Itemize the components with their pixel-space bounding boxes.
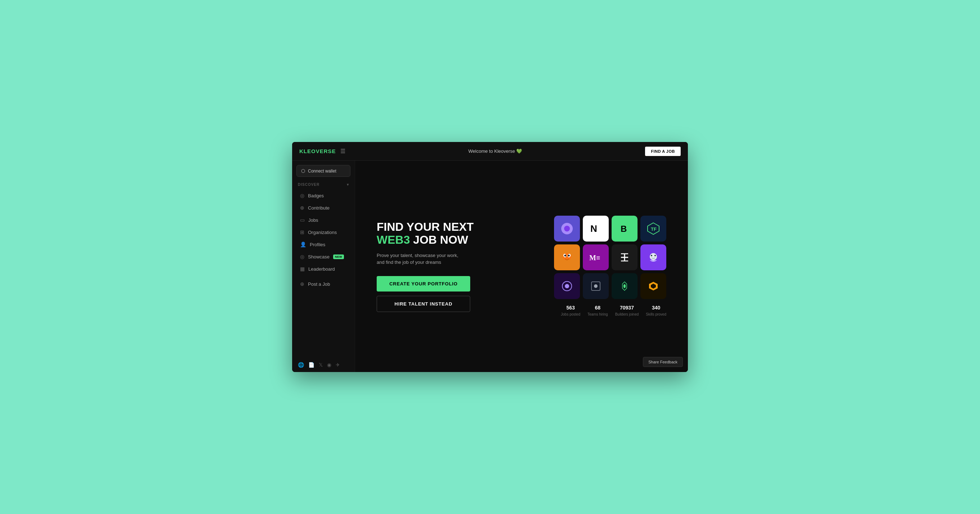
header-welcome: Welcome to Kleoverse 💚 <box>468 148 522 154</box>
connect-wallet-button[interactable]: ⬡ Connect wallet <box>296 165 350 177</box>
logo-card-5: M≡ <box>583 244 609 270</box>
stat-builders-joined-number: 70937 <box>615 305 639 311</box>
contribute-icon: ⊕ <box>300 205 304 211</box>
logo-card-6 <box>612 244 638 270</box>
right-section: N B TF M≡ <box>554 216 666 317</box>
svg-point-10 <box>568 255 570 257</box>
create-portfolio-button[interactable]: CREATE YOUR PORTFOLIO <box>377 276 470 292</box>
logo-card-11 <box>640 273 666 299</box>
svg-text:B: B <box>620 224 627 234</box>
svg-point-1 <box>564 226 570 232</box>
stat-jobs-posted: 563 Jobs posted <box>561 305 580 317</box>
sidebar-item-showcase[interactable]: ◎ Showcase NEW <box>294 251 353 263</box>
svg-point-18 <box>654 255 656 256</box>
post-job-icon: ⊕ <box>300 281 304 287</box>
logo-card-10 <box>612 273 638 299</box>
hero-title-line1: FIND YOUR NEXT <box>377 221 474 233</box>
logo-card-1: N <box>583 216 609 241</box>
sidebar: ⬡ Connect wallet DISCOVER ▾ ◎ Badges ⊕ C… <box>292 161 355 372</box>
welcome-text: Welcome to Kleoverse 💚 <box>468 148 522 154</box>
post-job-label: Post a Job <box>308 281 330 287</box>
share-feedback-button[interactable]: Share Feedback <box>643 357 683 367</box>
stats-row: 563 Jobs posted 68 Teams hiring 70937 Bu… <box>561 305 666 317</box>
sidebar-item-contribute[interactable]: ⊕ Contribute <box>294 201 353 214</box>
profiles-icon: 👤 <box>300 241 306 247</box>
svg-text:N: N <box>590 223 597 234</box>
hero-title: FIND YOUR NEXT WEB3 JOB NOW <box>377 221 474 246</box>
logos-grid: N B TF M≡ <box>554 216 666 299</box>
stat-teams-hiring-number: 68 <box>587 305 608 311</box>
hero-title-line2: JOB NOW <box>413 233 468 246</box>
new-badge: NEW <box>333 254 344 259</box>
sidebar-item-badges[interactable]: ◎ Badges <box>294 189 353 201</box>
logo-card-4 <box>554 244 580 270</box>
app-window: KLEOVERSE ☰ Welcome to Kleoverse 💚 FIND … <box>292 142 688 372</box>
hero-section: FIND YOUR NEXT WEB3 JOB NOW Prove your t… <box>377 221 474 312</box>
svg-text:M≡: M≡ <box>589 254 600 262</box>
sidebar-item-organizations[interactable]: ⊞ Organizations <box>294 226 353 238</box>
showcase-icon: ◎ <box>300 254 304 260</box>
organizations-label: Organizations <box>308 230 337 235</box>
docs-icon[interactable]: 📄 <box>308 362 315 368</box>
leaderboard-label: Leaderboard <box>308 267 335 272</box>
menu-icon[interactable]: ☰ <box>340 148 345 155</box>
stat-teams-hiring-label: Teams hiring <box>587 313 608 316</box>
chevron-down-icon: ▾ <box>347 182 349 187</box>
twitter-icon[interactable]: 𝕏 <box>319 362 323 368</box>
svg-point-17 <box>651 255 652 256</box>
header: KLEOVERSE ☰ Welcome to Kleoverse 💚 FIND … <box>292 142 688 161</box>
stat-jobs-posted-number: 563 <box>561 305 580 311</box>
badges-label: Badges <box>308 193 324 198</box>
logo-card-9 <box>583 273 609 299</box>
hero-web3-text: WEB3 <box>377 233 410 246</box>
svg-point-16 <box>650 253 657 260</box>
svg-point-22 <box>594 284 598 288</box>
globe-icon[interactable]: 🌐 <box>298 362 304 368</box>
jobs-icon: ▭ <box>300 217 305 223</box>
logo-card-0 <box>554 216 580 241</box>
logo-card-2: B <box>612 216 638 241</box>
svg-point-20 <box>565 284 569 288</box>
sidebar-item-post-job[interactable]: ⊕ Post a Job <box>294 278 353 290</box>
logo-card-7 <box>640 244 666 270</box>
svg-point-9 <box>565 255 566 257</box>
telegram-icon[interactable]: ✈ <box>336 362 340 368</box>
sidebar-item-leaderboard[interactable]: ▦ Leaderboard <box>294 263 353 275</box>
header-left: KLEOVERSE ☰ <box>299 148 345 155</box>
showcase-label: Showcase <box>308 254 329 260</box>
sidebar-item-jobs[interactable]: ▭ Jobs <box>294 214 353 226</box>
sidebar-social-links: 🌐 📄 𝕏 ◉ ✈ <box>292 358 355 372</box>
jobs-label: Jobs <box>308 217 318 223</box>
stat-skills-proved-number: 340 <box>646 305 666 311</box>
hero-title-web3-line: WEB3 JOB NOW <box>377 234 474 246</box>
contribute-label: Contribute <box>308 205 329 211</box>
main-layout: ⬡ Connect wallet DISCOVER ▾ ◎ Badges ⊕ C… <box>292 161 688 372</box>
main-content: FIND YOUR NEXT WEB3 JOB NOW Prove your t… <box>355 161 688 372</box>
stat-skills-proved-label: Skills proved <box>646 313 666 316</box>
badges-icon: ◎ <box>300 193 304 198</box>
profiles-label: Profiles <box>310 242 325 247</box>
logo-card-3: TF <box>640 216 666 241</box>
find-job-button[interactable]: FIND A JOB <box>645 147 681 156</box>
organizations-icon: ⊞ <box>300 229 304 235</box>
stat-skills-proved: 340 Skills proved <box>646 305 666 317</box>
hire-talent-button[interactable]: HIRE TALENT INSTEAD <box>377 296 470 312</box>
leaderboard-icon: ▦ <box>300 266 305 272</box>
hero-subtitle: Prove your talent, showcase your work,an… <box>377 252 474 266</box>
stat-teams-hiring: 68 Teams hiring <box>587 305 608 317</box>
logo-card-8 <box>554 273 580 299</box>
logo: KLEOVERSE <box>299 148 336 154</box>
discord-icon[interactable]: ◉ <box>327 362 331 368</box>
discover-section-label: DISCOVER ▾ <box>292 182 355 189</box>
wallet-icon: ⬡ <box>301 168 305 174</box>
svg-text:TF: TF <box>651 227 657 232</box>
stat-jobs-posted-label: Jobs posted <box>561 313 580 316</box>
stat-builders-joined: 70937 Builders joined <box>615 305 639 317</box>
stat-builders-joined-label: Builders joined <box>615 313 639 316</box>
sidebar-item-profiles[interactable]: 👤 Profiles <box>294 238 353 251</box>
connect-wallet-label: Connect wallet <box>308 168 336 174</box>
